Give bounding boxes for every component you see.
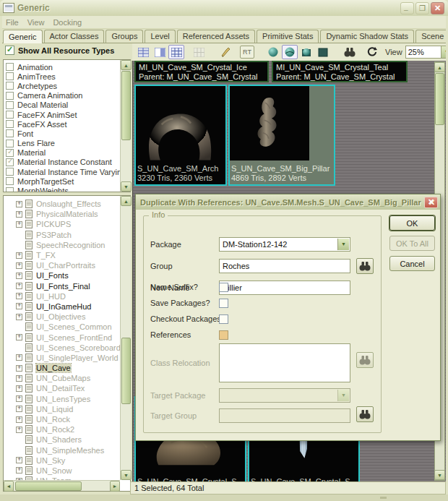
package-tree-item[interactable]: UI_SinglePlayer_World <box>4 353 130 363</box>
tab[interactable]: Scene Manager <box>415 30 448 43</box>
dialog-close-button[interactable] <box>424 197 438 208</box>
tab[interactable]: Primitive Stats <box>257 30 319 43</box>
menu-item[interactable]: View <box>27 18 51 27</box>
scroll-down-button[interactable] <box>121 470 132 480</box>
resource-type-row[interactable]: Camera Animation <box>6 91 130 100</box>
resource-checkbox[interactable] <box>6 158 14 166</box>
group-input[interactable]: Roches <box>219 259 350 273</box>
view-zoom-select[interactable]: 25% <box>405 46 448 59</box>
resource-checkbox[interactable] <box>6 149 14 157</box>
search-binoculars-icon[interactable] <box>342 45 358 59</box>
resource-checkbox[interactable] <box>6 177 14 185</box>
expand-icon[interactable] <box>16 201 22 207</box>
title-bar[interactable]: Generic <box>0 0 448 16</box>
resource-type-row[interactable]: Lens Flare <box>6 139 130 148</box>
resource-checkbox[interactable] <box>6 92 14 100</box>
package-tree-item[interactable]: UN_DetailTex <box>4 383 130 393</box>
resource-type-row[interactable]: Material Instance Constant <box>6 158 130 167</box>
expand-icon[interactable] <box>16 416 22 423</box>
rt-button[interactable]: RT <box>240 46 254 59</box>
resource-checkbox[interactable] <box>6 120 14 128</box>
resource-checkbox[interactable] <box>6 140 14 147</box>
sphere-box-icon[interactable] <box>298 45 314 59</box>
expand-icon[interactable] <box>16 354 22 361</box>
resource-type-row[interactable]: Material Instance Time Varying <box>6 167 130 176</box>
tab[interactable]: Groups <box>105 30 143 43</box>
resource-type-row[interactable]: Decal Material <box>6 100 130 110</box>
class-relocation-textarea[interactable] <box>219 343 350 382</box>
tab[interactable]: Generic <box>3 30 43 43</box>
maximize-button[interactable] <box>415 2 429 14</box>
package-tree-item[interactable]: UI_InGameHud <box>4 301 130 312</box>
resource-checkbox[interactable] <box>6 168 14 176</box>
tab[interactable]: Referenced Assets <box>177 30 255 43</box>
asset-tile-crystal-ice[interactable]: MI_UN_Cave_SM_Crystal_Ice Parent: M_UN_C… <box>134 61 269 82</box>
package-tree-item[interactable]: UI_Scenes_Scoreboards <box>4 343 130 353</box>
expand-icon[interactable] <box>16 365 22 372</box>
expand-icon[interactable] <box>16 334 22 341</box>
expand-icon[interactable] <box>16 314 22 320</box>
resize-grip[interactable] <box>380 497 387 499</box>
package-tree-item[interactable]: UI_Scenes_Common <box>4 322 130 332</box>
package-tree-item[interactable]: UN_CubeMaps <box>4 373 130 383</box>
package-tree-item[interactable]: PICKUPS <box>4 219 130 229</box>
expand-icon[interactable] <box>16 293 22 299</box>
scroll-up-button[interactable] <box>434 62 445 72</box>
scroll-thumb[interactable] <box>121 338 131 404</box>
resource-type-row[interactable]: Material <box>6 148 130 158</box>
resource-checkbox[interactable] <box>6 187 14 192</box>
ok-button[interactable]: OK <box>389 215 435 231</box>
expand-icon[interactable] <box>16 252 22 259</box>
package-tree-item[interactable]: UN_Liquid <box>4 404 130 414</box>
package-tree-item[interactable]: UI_HUD <box>4 291 130 301</box>
resource-checkbox[interactable] <box>6 111 14 119</box>
resource-checkbox[interactable] <box>6 72 14 80</box>
chevron-down-icon[interactable] <box>337 239 349 250</box>
asset-tile-arch[interactable]: S_UN_Cave_SM_Arch 3230 Tris, 2360 Verts <box>134 85 227 186</box>
sphere-selected-icon[interactable] <box>282 45 298 59</box>
package-tree-item[interactable]: UN_Sky <box>4 455 130 466</box>
expand-icon[interactable] <box>16 211 22 218</box>
resource-type-row[interactable]: FaceFX Asset <box>6 119 130 129</box>
scroll-down-button[interactable] <box>121 181 132 192</box>
package-tree-item[interactable]: Onslaught_Effects <box>4 199 130 209</box>
scroll-thumb[interactable] <box>435 73 444 125</box>
package-tree-item[interactable]: PS3Patch <box>4 230 130 240</box>
tab[interactable]: Actor Classes <box>44 30 105 43</box>
expand-icon[interactable] <box>16 395 22 402</box>
package-tree-item[interactable]: UN_Shaders <box>4 434 130 445</box>
scroll-up-button[interactable] <box>121 196 132 206</box>
resource-checkbox[interactable] <box>6 101 14 109</box>
list-view-icon[interactable] <box>135 45 151 59</box>
expand-icon[interactable] <box>16 283 22 289</box>
tab[interactable]: Dynamic Shadow Stats <box>320 30 414 43</box>
package-tree-item[interactable]: UN_SimpleMeshes <box>4 445 130 455</box>
expand-icon[interactable] <box>16 375 22 382</box>
resource-checkbox[interactable] <box>6 129 14 137</box>
brush-icon[interactable] <box>217 45 233 59</box>
tree-vertical-scrollbar[interactable] <box>120 196 131 480</box>
resource-type-row[interactable]: Archetypes <box>6 81 130 90</box>
checkbox[interactable] <box>219 283 228 292</box>
thumbnail-view-icon[interactable] <box>168 45 184 59</box>
expand-icon[interactable] <box>16 467 22 474</box>
resource-type-row[interactable]: MorphWeights <box>6 186 130 192</box>
group-search-button[interactable] <box>356 258 374 274</box>
resource-type-row[interactable]: Font <box>6 129 130 138</box>
minimize-button[interactable] <box>400 2 414 14</box>
package-tree-item[interactable]: UI_Fonts_Final <box>4 281 130 291</box>
resource-type-row[interactable]: MorphTargetSet <box>6 176 130 186</box>
resource-type-row[interactable]: FaceFX AnimSet <box>6 110 130 119</box>
dialog-title-bar[interactable]: Duplicate With References: UN_Cave.SM.Me… <box>136 194 440 210</box>
plane-icon[interactable] <box>315 45 331 59</box>
package-tree-item[interactable]: T_FX <box>4 250 130 260</box>
scroll-left-button[interactable] <box>4 481 14 492</box>
expand-icon[interactable] <box>16 303 22 309</box>
package-tree-item[interactable]: PhysicalMaterials <box>4 209 130 219</box>
tab[interactable]: Level <box>145 30 175 43</box>
package-tree-item[interactable]: UN_LensTypes <box>4 394 130 404</box>
resource-list-scrollbar[interactable] <box>120 60 131 192</box>
checkbox[interactable] <box>219 330 228 340</box>
asset-tile-crystal-teal[interactable]: MI_UN_Cave_SM_Crystal_Teal Parent: M_UN_… <box>272 61 408 82</box>
menu-item[interactable]: Docking <box>53 18 87 27</box>
